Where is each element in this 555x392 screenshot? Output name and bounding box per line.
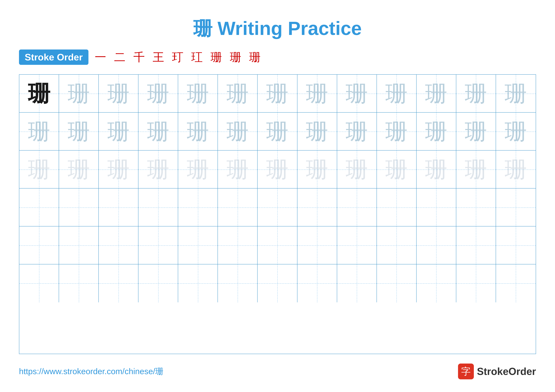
page-title: 珊 Writing Practice bbox=[19, 16, 536, 42]
grid-cell[interactable]: 珊 bbox=[218, 113, 258, 150]
grid-cell[interactable]: 珊 bbox=[19, 150, 59, 188]
grid-cell[interactable]: 珊 bbox=[416, 113, 456, 150]
grid-cell[interactable] bbox=[297, 227, 337, 264]
cell-character: 珊 bbox=[385, 83, 408, 105]
footer: https://www.strokeorder.com/chinese/珊 字 … bbox=[19, 363, 536, 379]
grid-cell[interactable]: 珊 bbox=[416, 150, 456, 188]
grid-cell[interactable] bbox=[139, 264, 178, 302]
cell-character: 珊 bbox=[187, 121, 209, 143]
grid-cell[interactable]: 珊 bbox=[297, 113, 337, 150]
grid-cell[interactable] bbox=[337, 188, 377, 227]
grid-cell[interactable] bbox=[218, 264, 258, 302]
cell-character: 珊 bbox=[68, 158, 90, 181]
grid-cell[interactable]: 珊 bbox=[139, 75, 178, 113]
grid-cell[interactable]: 珊 bbox=[99, 113, 139, 150]
grid-cell[interactable] bbox=[416, 188, 456, 227]
grid-cell[interactable] bbox=[258, 188, 297, 227]
grid-cell[interactable]: 珊 bbox=[416, 75, 456, 113]
cell-character: 珊 bbox=[306, 83, 328, 105]
grid-cell[interactable] bbox=[377, 227, 416, 264]
grid-cell[interactable]: 珊 bbox=[337, 75, 377, 113]
grid-cell[interactable]: 珊 bbox=[178, 113, 218, 150]
grid-cell[interactable]: 珊 bbox=[99, 150, 139, 188]
grid-cell[interactable] bbox=[19, 188, 59, 227]
grid-cell[interactable] bbox=[139, 227, 178, 264]
grid-cell[interactable] bbox=[59, 227, 99, 264]
grid-cell[interactable]: 珊 bbox=[496, 150, 536, 188]
grid-cell[interactable]: 珊 bbox=[377, 150, 416, 188]
grid-cell[interactable]: 珊 bbox=[496, 113, 536, 150]
grid-cell[interactable]: 珊 bbox=[59, 75, 99, 113]
footer-url[interactable]: https://www.strokeorder.com/chinese/珊 bbox=[19, 366, 163, 377]
stroke-order-badge: Stroke Order bbox=[19, 50, 88, 65]
grid-cell[interactable] bbox=[178, 227, 218, 264]
grid-cell[interactable] bbox=[99, 188, 139, 227]
grid-cell[interactable] bbox=[218, 188, 258, 227]
grid-cell[interactable] bbox=[19, 227, 59, 264]
cell-character: 珊 bbox=[385, 158, 408, 181]
grid-cell[interactable] bbox=[377, 188, 416, 227]
cell-character: 珊 bbox=[425, 158, 447, 181]
grid-cell[interactable]: 珊 bbox=[456, 75, 496, 113]
grid-cell[interactable]: 珊 bbox=[218, 75, 258, 113]
grid-cell[interactable] bbox=[297, 188, 337, 227]
grid-cell[interactable] bbox=[59, 188, 99, 227]
grid-cell[interactable]: 珊 bbox=[456, 113, 496, 150]
practice-grid: 珊珊珊珊珊珊珊珊珊珊珊珊珊珊珊珊珊珊珊珊珊珊珊珊珊珊珊珊珊珊珊珊珊珊珊珊珊珊珊 bbox=[19, 74, 536, 354]
grid-cell[interactable] bbox=[19, 264, 59, 302]
grid-cell[interactable]: 珊 bbox=[59, 113, 99, 150]
cell-character: 珊 bbox=[68, 121, 90, 143]
grid-cell[interactable] bbox=[377, 264, 416, 302]
grid-cell[interactable] bbox=[139, 188, 178, 227]
stroke-step-2: 千 bbox=[133, 50, 145, 65]
footer-logo-text: StrokeOrder bbox=[477, 366, 536, 377]
grid-cell[interactable]: 珊 bbox=[337, 150, 377, 188]
grid-cell[interactable]: 珊 bbox=[178, 75, 218, 113]
grid-cell[interactable]: 珊 bbox=[258, 75, 297, 113]
grid-cell[interactable]: 珊 bbox=[297, 150, 337, 188]
grid-cell[interactable]: 珊 bbox=[377, 75, 416, 113]
grid-cell[interactable]: 珊 bbox=[139, 150, 178, 188]
cell-character: 珊 bbox=[505, 158, 527, 181]
grid-cell[interactable]: 珊 bbox=[258, 150, 297, 188]
grid-cell[interactable]: 珊 bbox=[258, 113, 297, 150]
grid-cell[interactable] bbox=[258, 264, 297, 302]
grid-cell[interactable] bbox=[337, 227, 377, 264]
grid-cell[interactable] bbox=[496, 227, 536, 264]
cell-character: 珊 bbox=[226, 158, 249, 181]
grid-cell[interactable] bbox=[416, 264, 456, 302]
grid-cell[interactable]: 珊 bbox=[297, 75, 337, 113]
grid-cell[interactable]: 珊 bbox=[59, 150, 99, 188]
grid-cell[interactable] bbox=[99, 227, 139, 264]
grid-cell[interactable] bbox=[99, 264, 139, 302]
cell-character: 珊 bbox=[465, 121, 487, 143]
grid-cell[interactable] bbox=[496, 188, 536, 227]
grid-cell[interactable]: 珊 bbox=[496, 75, 536, 113]
grid-cell[interactable]: 珊 bbox=[456, 150, 496, 188]
grid-cell[interactable] bbox=[456, 188, 496, 227]
grid-cell[interactable]: 珊 bbox=[337, 113, 377, 150]
grid-cell[interactable]: 珊 bbox=[178, 150, 218, 188]
cell-character: 珊 bbox=[226, 121, 249, 143]
grid-row-5 bbox=[19, 264, 536, 302]
cell-character: 珊 bbox=[226, 83, 249, 105]
grid-cell[interactable] bbox=[258, 227, 297, 264]
grid-cell[interactable]: 珊 bbox=[139, 113, 178, 150]
grid-cell[interactable] bbox=[59, 264, 99, 302]
grid-cell[interactable]: 珊 bbox=[19, 113, 59, 150]
stroke-step-5: 玒 bbox=[191, 50, 203, 65]
grid-cell[interactable] bbox=[218, 227, 258, 264]
grid-cell[interactable]: 珊 bbox=[99, 75, 139, 113]
grid-cell[interactable] bbox=[416, 227, 456, 264]
grid-cell[interactable]: 珊 bbox=[377, 113, 416, 150]
grid-cell[interactable] bbox=[178, 264, 218, 302]
grid-cell[interactable] bbox=[456, 227, 496, 264]
grid-cell[interactable]: 珊 bbox=[19, 75, 59, 113]
grid-cell[interactable] bbox=[337, 264, 377, 302]
grid-cell[interactable] bbox=[297, 264, 337, 302]
grid-cell[interactable] bbox=[496, 264, 536, 302]
cell-character: 珊 bbox=[346, 83, 368, 105]
grid-cell[interactable] bbox=[456, 264, 496, 302]
grid-cell[interactable]: 珊 bbox=[218, 150, 258, 188]
grid-cell[interactable] bbox=[178, 188, 218, 227]
